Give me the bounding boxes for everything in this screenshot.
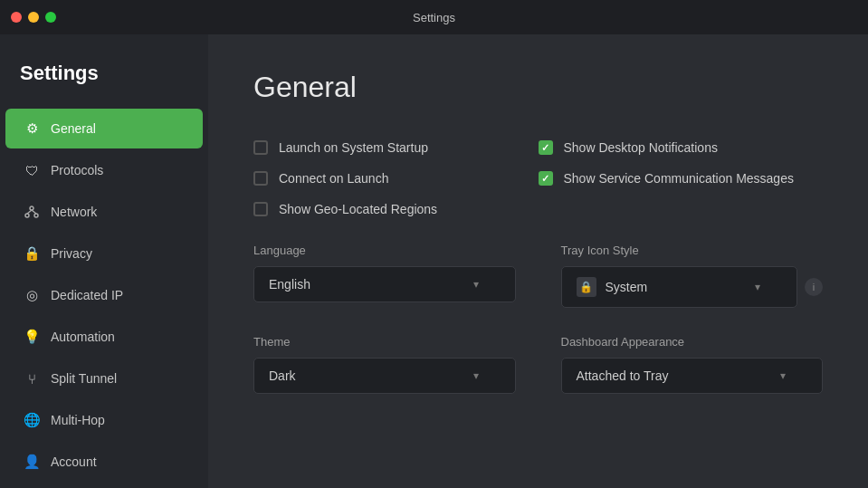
checkboxes-left: Launch on System Startup Connect on Laun…	[253, 140, 539, 216]
checkbox-show-geo-box[interactable]	[253, 202, 268, 216]
checkboxes-grid: Launch on System Startup Connect on Laun…	[253, 140, 823, 216]
sidebar-label-split-tunnel: Split Tunnel	[51, 371, 117, 386]
dashboard-appearance-group: Dashboard Appearance Attached to Tray ▾	[561, 335, 824, 394]
traffic-lights	[11, 12, 56, 23]
checkbox-desktop-notif[interactable]: Show Desktop Notifications	[539, 140, 824, 155]
theme-chevron-icon: ▾	[473, 369, 479, 382]
svg-point-2	[34, 214, 38, 217]
theme-dropdown-wrapper: Dark ▾	[253, 358, 516, 394]
content-area: General Launch on System Startup Connect…	[208, 34, 868, 488]
language-chevron-icon: ▾	[473, 278, 479, 291]
checkbox-desktop-notif-label: Show Desktop Notifications	[564, 140, 718, 155]
checkbox-connect-launch-label: Connect on Launch	[279, 171, 388, 186]
theme-group: Theme Dark ▾	[253, 335, 516, 394]
sidebar-item-split-tunnel[interactable]: ⑂ Split Tunnel	[5, 359, 203, 398]
sidebar-item-privacy[interactable]: 🔒 Privacy	[5, 234, 203, 273]
tray-icon-value: System	[606, 280, 648, 294]
checkboxes-right: Show Desktop Notifications Show Service …	[539, 140, 824, 216]
tray-icon-info-icon[interactable]: i	[805, 278, 823, 296]
checkbox-show-geo[interactable]: Show Geo-Located Regions	[253, 202, 502, 216]
checkbox-service-comm-box[interactable]	[539, 171, 553, 186]
sidebar-label-privacy: Privacy	[51, 246, 92, 261]
automation-icon: 💡	[24, 329, 40, 345]
checkbox-desktop-notif-box[interactable]	[539, 140, 553, 155]
main-layout: Settings ⚙ General 🛡 Protocols Network �	[0, 34, 868, 488]
dashboard-appearance-label: Dashboard Appearance	[561, 335, 824, 349]
sidebar-label-dedicated-ip: Dedicated IP	[51, 288, 123, 302]
tray-icon-group: Tray Icon Style 🔒 System ▾ i	[561, 244, 824, 308]
tray-icon-inner: 🔒 System	[577, 277, 749, 297]
dedicated-ip-icon: ◎	[24, 287, 40, 303]
checkbox-connect-launch-box[interactable]	[253, 171, 268, 186]
close-button[interactable]	[11, 12, 22, 23]
sidebar-label-automation: Automation	[51, 330, 115, 344]
checkbox-connect-launch[interactable]: Connect on Launch	[253, 171, 502, 186]
sidebar-label-account: Account	[51, 455, 97, 469]
language-value: English	[269, 277, 310, 292]
sidebar-item-multi-hop[interactable]: 🌐 Multi-Hop	[5, 400, 203, 440]
network-icon	[24, 204, 40, 220]
svg-point-0	[30, 206, 33, 210]
dashboard-appearance-dropdown[interactable]: Attached to Tray ▾	[561, 358, 824, 394]
account-icon: 👤	[24, 454, 40, 470]
lock-icon: 🔒	[577, 277, 596, 297]
language-group: Language English ▾	[253, 244, 516, 308]
page-title: General	[253, 71, 823, 104]
title-bar: Settings	[0, 0, 868, 34]
tray-icon-dropdown-wrapper: 🔒 System ▾ i	[561, 266, 824, 308]
tray-icon-chevron-icon: ▾	[755, 281, 760, 293]
dashboard-appearance-dropdown-wrapper: Attached to Tray ▾	[561, 358, 824, 394]
protocols-icon: 🛡	[24, 162, 40, 178]
checkbox-launch-startup-box[interactable]	[253, 140, 268, 155]
sidebar-item-help[interactable]: ? Help	[5, 483, 203, 488]
svg-line-4	[32, 210, 36, 214]
svg-point-1	[25, 214, 29, 217]
sidebar-label-multi-hop: Multi-Hop	[51, 413, 105, 427]
sidebar-item-protocols[interactable]: 🛡 Protocols	[5, 150, 203, 190]
checkbox-service-comm[interactable]: Show Service Communication Messages	[539, 171, 824, 186]
sidebar-label-general: General	[51, 121, 96, 136]
sidebar-item-general[interactable]: ⚙ General	[5, 109, 203, 148]
checkbox-launch-startup-label: Launch on System Startup	[279, 140, 428, 155]
window-title: Settings	[413, 11, 455, 24]
theme-label: Theme	[253, 335, 516, 349]
theme-value: Dark	[269, 368, 296, 383]
dashboard-appearance-value: Attached to Tray	[577, 368, 669, 383]
multi-hop-icon: 🌐	[24, 412, 40, 428]
theme-dropdown[interactable]: Dark ▾	[253, 358, 516, 394]
checkbox-service-comm-label: Show Service Communication Messages	[564, 171, 794, 186]
dashboard-appearance-chevron-icon: ▾	[780, 369, 786, 382]
privacy-icon: 🔒	[24, 245, 40, 262]
sidebar-item-automation[interactable]: 💡 Automation	[5, 317, 203, 357]
tray-icon-dropdown[interactable]: 🔒 System ▾	[561, 266, 798, 308]
sidebar-label-protocols: Protocols	[51, 163, 103, 177]
language-dropdown-wrapper: English ▾	[253, 266, 516, 302]
sidebar-item-dedicated-ip[interactable]: ◎ Dedicated IP	[5, 275, 203, 315]
gear-icon: ⚙	[24, 120, 40, 137]
minimize-button[interactable]	[28, 12, 39, 23]
checkbox-show-geo-label: Show Geo-Located Regions	[279, 202, 437, 216]
sidebar-label-network: Network	[51, 205, 97, 219]
language-label: Language	[253, 244, 516, 257]
svg-line-3	[27, 210, 32, 214]
sidebar-title: Settings	[0, 43, 208, 108]
tray-icon-label: Tray Icon Style	[561, 244, 824, 257]
language-dropdown[interactable]: English ▾	[253, 266, 516, 302]
sidebar-item-account[interactable]: 👤 Account	[5, 442, 203, 482]
checkbox-launch-startup[interactable]: Launch on System Startup	[253, 140, 502, 155]
dropdowns-section: Language English ▾ Tray Icon Style 🔒 Sys…	[253, 244, 823, 394]
sidebar-item-network[interactable]: Network	[5, 192, 203, 232]
maximize-button[interactable]	[45, 12, 56, 23]
sidebar: Settings ⚙ General 🛡 Protocols Network �	[0, 34, 208, 488]
split-tunnel-icon: ⑂	[24, 370, 40, 387]
